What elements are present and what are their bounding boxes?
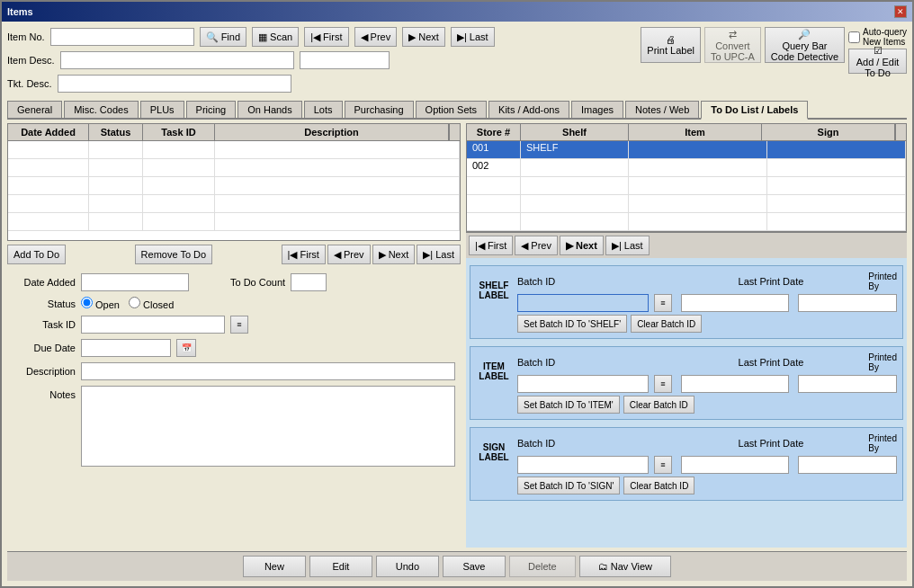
form-section: Date Added To Do Count 0 Status Open [7, 268, 461, 474]
store-row[interactable]: 001 SHELF [467, 141, 906, 159]
todo-table: Date Added Status Task ID Description [7, 123, 461, 241]
add-edit-todo-button[interactable]: ☑ Add / Edit To Do [848, 49, 907, 74]
item-desc-input[interactable]: Pure Leaf Sweet Tea [60, 51, 294, 69]
remove-todo-button[interactable]: Remove To Do [135, 245, 213, 264]
bottom-button-bar: New Edit Undo Save Delete 🗂 Nav View [7, 551, 907, 581]
table-row[interactable] [8, 159, 460, 177]
close-button[interactable]: ✕ [894, 5, 907, 18]
shelf-label-section: SHELFLABEL Batch ID Last Print Date Prin… [470, 265, 903, 339]
undo-button[interactable]: Undo [376, 556, 439, 577]
task-id-list-button[interactable]: ≡ [230, 316, 248, 334]
query-bar-code-button[interactable]: 🔎 Query Bar Code Detective [765, 27, 845, 63]
convert-upc-button[interactable]: ⇄ Convert To UPC-A [704, 27, 761, 63]
next-button[interactable]: ▶ Next [402, 27, 445, 47]
item-batch-id-input[interactable] [517, 375, 649, 393]
first-button[interactable]: |◀ First [304, 27, 348, 47]
shelf-clear-batch-button[interactable]: Clear Batch ID [631, 315, 702, 333]
find-button[interactable]: 🔍 Find [200, 27, 246, 47]
due-date-calendar-button[interactable]: 📅 [176, 339, 196, 357]
shelf-last-print-input[interactable] [681, 294, 789, 312]
left-first-button[interactable]: |◀ First [282, 245, 326, 264]
tab-lots[interactable]: Lots [304, 101, 343, 118]
closed-radio[interactable] [129, 297, 140, 308]
table-row[interactable] [8, 141, 460, 159]
new-button[interactable]: New [243, 556, 306, 577]
task-id-input[interactable] [81, 316, 225, 334]
tab-plus[interactable]: PLUs [140, 101, 184, 118]
sign-last-print-input[interactable] [681, 456, 789, 474]
tab-misc-codes[interactable]: Misc. Codes [64, 101, 139, 118]
table-row[interactable] [8, 177, 460, 195]
sign-batch-list-button[interactable]: ≡ [654, 456, 672, 474]
sign-printed-by-input[interactable] [798, 456, 897, 474]
tab-general[interactable]: General [7, 101, 62, 118]
store-table: Store # Shelf Item Sign 001 SHELF [466, 123, 907, 232]
table-row[interactable] [8, 213, 460, 231]
tab-on-hands[interactable]: On Hands [237, 101, 302, 118]
description-input[interactable] [81, 362, 455, 380]
shelf-batch-id-label: Batch ID [517, 276, 555, 287]
shelf-set-batch-button[interactable]: Set Batch ID To 'SHELF' [517, 315, 627, 333]
left-prev-button[interactable]: ◀ Prev [327, 245, 371, 264]
due-date-input[interactable] [81, 339, 171, 357]
print-label-button[interactable]: 🖨 Print Label [641, 27, 701, 63]
left-last-button[interactable]: ▶| Last [417, 245, 461, 264]
open-radio[interactable] [81, 297, 93, 308]
item-label-fields: Batch ID Last Print Date PrintedBy ≡ [517, 352, 897, 414]
right-last-button[interactable]: ▶| Last [605, 236, 650, 255]
todo-count-input[interactable]: 0 [291, 273, 327, 291]
item-batch-list-button[interactable]: ≡ [654, 375, 672, 393]
status-radio-group: Open Closed [81, 297, 174, 310]
prev-button[interactable]: ◀ Prev [354, 27, 398, 47]
store-row[interactable] [467, 177, 906, 195]
right-nav: |◀ First ◀ Prev ▶ Next ▶| Last [466, 232, 907, 258]
col-store: Store # [467, 124, 521, 140]
sign-clear-batch-button[interactable]: Clear Batch ID [623, 477, 694, 494]
item-desc-extra-input[interactable] [300, 51, 390, 69]
sign-last-print-label: Last Print Date [739, 438, 804, 449]
store-row[interactable] [467, 213, 906, 231]
tab-kits[interactable]: Kits / Add-ons [488, 101, 569, 118]
item-no-input[interactable]: 012000286193 [50, 28, 194, 46]
content-area: Item No. 012000286193 🔍 Find ▦ Scan |◀ F… [2, 22, 912, 586]
right-prev-button[interactable]: ◀ Prev [515, 236, 558, 255]
item-clear-batch-button[interactable]: Clear Batch ID [623, 396, 694, 414]
scan-button[interactable]: ▦ Scan [252, 27, 299, 47]
shelf-batch-id-input[interactable]: SHELF [517, 294, 649, 312]
right-next-button[interactable]: ▶ Next [560, 236, 604, 255]
table-row[interactable] [8, 195, 460, 213]
item-set-batch-button[interactable]: Set Batch ID To 'ITEM' [517, 396, 620, 414]
tab-bar: General Misc. Codes PLUs Pricing On Hand… [7, 101, 907, 120]
store-table-body[interactable]: 001 SHELF 002 [467, 141, 906, 231]
tab-purchasing[interactable]: Purchasing [345, 101, 414, 118]
sign-set-batch-button[interactable]: Set Batch ID To 'SIGN' [517, 477, 620, 494]
edit-button[interactable]: Edit [309, 556, 372, 577]
date-added-input[interactable] [81, 273, 189, 291]
item-printed-by-input[interactable] [798, 375, 897, 393]
todo-table-body[interactable] [8, 141, 460, 240]
shelf-printed-by-input[interactable] [798, 294, 897, 312]
add-todo-button[interactable]: Add To Do [7, 245, 66, 264]
item-last-print-input[interactable] [681, 375, 789, 393]
store-row[interactable] [467, 195, 906, 213]
nav-view-button[interactable]: 🗂 Nav View [579, 556, 671, 577]
left-next-button[interactable]: ▶ Next [372, 245, 416, 264]
tab-notes-web[interactable]: Notes / Web [625, 101, 699, 118]
save-button[interactable]: Save [443, 556, 506, 577]
last-button[interactable]: ▶| Last [451, 27, 495, 47]
col-date-added: Date Added [8, 124, 89, 140]
delete-button[interactable]: Delete [509, 556, 576, 577]
tkt-desc-input[interactable]: Pure Leaf Sweet Tea [58, 75, 291, 93]
window-title: Items [7, 6, 33, 17]
tab-images[interactable]: Images [571, 101, 623, 118]
store-row[interactable]: 002 [467, 159, 906, 177]
tab-pricing[interactable]: Pricing [186, 101, 237, 118]
sign-batch-id-input[interactable] [517, 456, 649, 474]
auto-query-checkbox[interactable] [848, 31, 860, 43]
right-first-button[interactable]: |◀ First [469, 236, 513, 255]
tab-todo-labels[interactable]: To Do List / Labels [701, 101, 808, 120]
shelf-batch-list-button[interactable]: ≡ [654, 294, 672, 312]
shelf-label-fields: Batch ID Last Print Date PrintedBy SHELF… [517, 272, 897, 333]
notes-textarea[interactable] [81, 386, 455, 467]
tab-option-sets[interactable]: Option Sets [416, 101, 487, 118]
